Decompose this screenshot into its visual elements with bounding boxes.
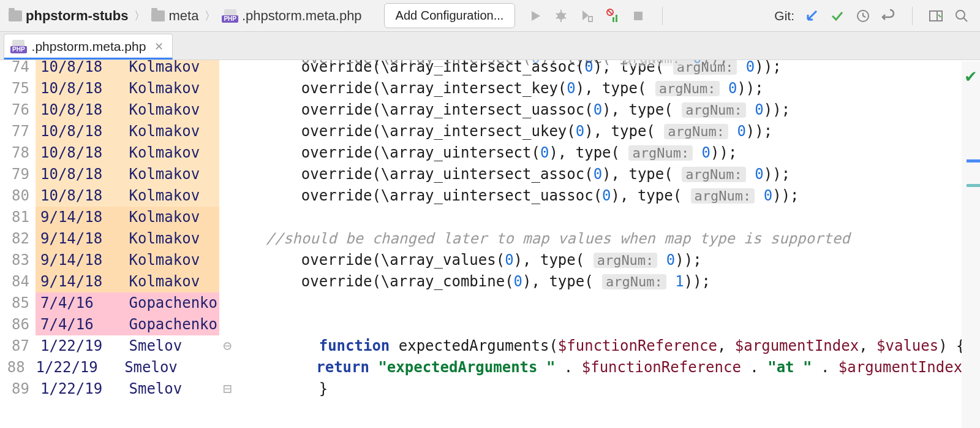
coverage-icon[interactable] xyxy=(579,8,595,24)
breadcrumb-root[interactable]: phpstorm-stubs xyxy=(5,6,132,26)
code-line: 8010/8/18 Kolmakov override(\array_uinte… xyxy=(0,185,980,207)
svg-line-8 xyxy=(608,10,612,15)
chevron-right-icon: 〉 xyxy=(205,9,216,23)
svg-rect-10 xyxy=(616,15,617,22)
php-file-icon: PHP xyxy=(222,9,238,23)
code-line: 7610/8/18 Kolmakov override(\array_inter… xyxy=(0,99,980,121)
code-line: 7510/8/18 Kolmakov override(\array_inter… xyxy=(0,78,980,99)
blame-cell[interactable]: 9/14/18 Kolmakov xyxy=(36,228,219,250)
code-line: 819/14/18 Kolmakov xyxy=(0,207,980,228)
code-line: 867/4/16 Gopachenko xyxy=(0,314,980,335)
blame-cell[interactable]: 1/22/19 Smelov xyxy=(36,335,219,357)
blame-cell[interactable]: 7/4/16 Gopachenko xyxy=(36,314,219,335)
blame-cell[interactable]: 10/8/18 Kolmakov xyxy=(36,185,219,207)
rollback-icon[interactable] xyxy=(880,7,897,25)
blame-cell[interactable]: 10/8/18 Kolmakov xyxy=(36,142,219,164)
separator xyxy=(662,7,663,25)
breadcrumb-root-label: phpstorm-stubs xyxy=(26,8,128,24)
blame-cell[interactable]: 10/8/18 Kolmakov xyxy=(36,99,219,121)
blame-cell[interactable]: 9/14/18 Kolmakov xyxy=(36,271,219,292)
stripe-mark[interactable] xyxy=(967,184,980,187)
blame-cell[interactable]: 10/8/18 Kolmakov xyxy=(36,164,219,185)
code-line: 871/22/19 Smelov⊖ function expectedArgum… xyxy=(0,335,980,357)
blame-cell[interactable]: 9/14/18 Kolmakov xyxy=(36,207,219,228)
stop-icon[interactable] xyxy=(630,8,646,24)
search-everywhere-icon[interactable] xyxy=(953,7,970,25)
code-line: 857/4/16 Gopachenko xyxy=(0,292,980,314)
vcs-toolbar: Git: xyxy=(774,7,975,25)
close-icon[interactable]: ✕ xyxy=(154,40,164,53)
code-line: 839/14/18 Kolmakov override(\array_value… xyxy=(0,250,980,271)
history-icon[interactable] xyxy=(854,7,872,25)
code-line: 829/14/18 Kolmakov//should be changed la… xyxy=(0,228,980,250)
blame-cell[interactable]: 10/8/18 Kolmakov xyxy=(36,60,219,78)
chevron-right-icon: 〉 xyxy=(134,9,145,23)
code-line: 7710/8/18 Kolmakov override(\array_inter… xyxy=(0,121,980,142)
fold-collapse-icon[interactable]: ⊖ xyxy=(219,335,262,357)
git-label: Git: xyxy=(774,9,794,23)
svg-point-14 xyxy=(956,10,965,19)
breadcrumb-mid-label: meta xyxy=(168,8,198,24)
blame-cell[interactable]: 1/22/19 Smelov xyxy=(31,357,187,378)
breadcrumb-file[interactable]: PHP .phpstorm.meta.php xyxy=(218,6,365,26)
editor-tabs: PHP .phpstorm.meta.php ✕ xyxy=(0,32,980,60)
folder-icon xyxy=(9,10,22,21)
run-icon[interactable] xyxy=(527,8,543,24)
blame-cell[interactable]: 9/14/18 Kolmakov xyxy=(36,250,219,271)
blame-cell[interactable]: 10/8/18 Kolmakov xyxy=(36,78,219,99)
svg-rect-9 xyxy=(612,17,614,22)
blame-cell[interactable]: 7/4/16 Gopachenko xyxy=(36,292,219,314)
blame-cell[interactable]: 1/22/19 Smelov xyxy=(36,378,219,400)
svg-point-0 xyxy=(557,12,565,20)
code-line: 881/22/19 Smelov return "expectedArgumen… xyxy=(0,357,980,378)
layout-icon[interactable] xyxy=(927,7,944,25)
main-toolbar: phpstorm-stubs 〉 meta 〉 PHP .phpstorm.me… xyxy=(0,0,980,32)
add-configuration-button[interactable]: Add Configuration... xyxy=(384,3,516,28)
breadcrumb-file-label: .phpstorm.meta.php xyxy=(242,8,362,24)
breadcrumb-mid[interactable]: meta xyxy=(148,6,202,26)
debug-icon[interactable] xyxy=(553,8,569,24)
profile-icon[interactable] xyxy=(605,8,620,24)
svg-rect-11 xyxy=(634,12,643,20)
tab-label: .phpstorm.meta.php xyxy=(32,39,146,54)
stripe-mark[interactable] xyxy=(967,159,980,162)
code-line: 7810/8/18 Kolmakov override(\array_uinte… xyxy=(0,142,980,164)
folder-icon xyxy=(151,10,165,21)
code-line: 849/14/18 Kolmakov override(\array_combi… xyxy=(0,271,980,292)
breadcrumb: phpstorm-stubs 〉 meta 〉 PHP .phpstorm.me… xyxy=(5,6,366,26)
tab-phpstorm-meta[interactable]: PHP .phpstorm.meta.php ✕ xyxy=(4,34,173,59)
svg-line-15 xyxy=(963,18,967,21)
fold-end-icon[interactable]: ⊟ xyxy=(219,378,262,400)
code-line: 7910/8/18 Kolmakov override(\array_uinte… xyxy=(0,164,980,185)
run-toolbar xyxy=(527,7,669,25)
code-editor[interactable]: override(\array_intersect(0), type( argN… xyxy=(0,60,980,428)
update-project-icon[interactable] xyxy=(803,7,820,25)
php-file-icon: PHP xyxy=(10,40,27,53)
inspection-ok-icon[interactable]: ✔ xyxy=(964,67,978,86)
code-line: 891/22/19 Smelov⊟ } xyxy=(0,378,980,400)
blame-cell[interactable]: 10/8/18 Kolmakov xyxy=(36,121,219,142)
commit-icon[interactable] xyxy=(829,7,846,25)
error-stripe[interactable]: ✔ xyxy=(962,61,980,428)
separator xyxy=(912,7,913,25)
